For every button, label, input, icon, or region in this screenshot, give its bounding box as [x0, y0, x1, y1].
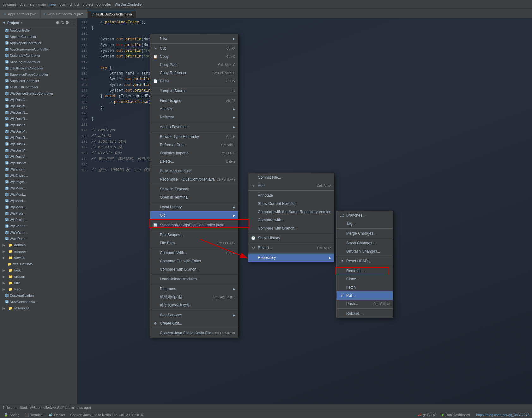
sidebar-item-wjsdust5[interactable]: C WjsDustP...	[0, 122, 77, 128]
repo-menu-tag[interactable]: Tag...	[337, 219, 393, 228]
menu-item-edit-scopes[interactable]: Edit Scopes...	[150, 231, 238, 239]
sidebar-item-wjsmoni1[interactable]: C WjsMoni...	[0, 185, 77, 191]
expand-all-icon[interactable]: ⇅	[61, 20, 64, 25]
menu-item-compare-file-editor[interactable]: Compare File with Editor	[150, 257, 238, 265]
repo-menu-remotes[interactable]: Remotes...	[337, 267, 393, 275]
repo-menu-pull[interactable]: ✔Pull...	[337, 291, 393, 300]
sidebar-item-wjsdust10[interactable]: C WjsDustV...	[0, 153, 77, 160]
breadcrumb-item[interactable]: project	[83, 3, 93, 6]
menu-item-cut[interactable]: ✂Cut Ctrl+X	[150, 44, 238, 52]
breadcrumb-item[interactable]: src	[30, 3, 35, 6]
menu-item-local-history[interactable]: Local History ▶	[150, 203, 238, 211]
breadcrumb-item[interactable]: main	[38, 3, 46, 6]
sidebar-item-ureport[interactable]: ▶ 📁 ureport	[0, 273, 77, 280]
menu-item-close-realtime[interactable]: 关闭实时检测功能	[150, 301, 238, 309]
sidebar-item-oauth-token-controller[interactable]: C OauthTokenController	[0, 65, 77, 71]
git-menu-commit[interactable]: Commit File...	[248, 173, 334, 182]
menu-item-copy-reference[interactable]: Copy Reference Ctrl+Alt+Shift+C	[150, 69, 238, 77]
menu-item-load-unload[interactable]: Load/Unload Modules...	[150, 275, 238, 283]
sidebar-item-wjsdust4[interactable]: C WjsDustR...	[0, 116, 77, 122]
git-menu-show-current[interactable]: Show Current Revision	[248, 200, 334, 208]
sidebar-item-web[interactable]: ▶ 📁 web	[0, 286, 77, 292]
repo-menu-stash[interactable]: Stash Changes...	[337, 239, 393, 247]
repo-menu-push[interactable]: Push... Ctrl+Shift+K	[337, 300, 393, 308]
menu-item-paste[interactable]: 📄Paste Ctrl+V	[150, 77, 238, 85]
tab-wjs-dust-controller[interactable]: C WjsDustController.java	[40, 10, 88, 18]
sidebar-item-dust-index-controller[interactable]: C DustIndexController	[0, 52, 77, 59]
menu-item-build-module[interactable]: Build Module 'dust'	[150, 167, 238, 175]
sidebar-item-wjsdust11[interactable]: C WjsDustW...	[0, 160, 77, 166]
sidebar-item-wjsdust9[interactable]: C WjsDustV...	[0, 147, 77, 153]
chevron-down-icon[interactable]: ▼	[20, 21, 23, 24]
sidebar-item-wjsdust-data[interactable]: 📁 wjsDustData	[0, 261, 77, 267]
git-menu-repository[interactable]: Repository ▶	[248, 254, 334, 262]
sidebar-item-wjsdust6[interactable]: C WjsDustP...	[0, 128, 77, 134]
menu-item-reformat-code[interactable]: Reformat Code Ctrl+Alt+L	[150, 141, 238, 149]
sidebar-item-applets-controller[interactable]: C AppletsController	[0, 33, 77, 40]
sidebar-item-wjsproje2[interactable]: C WjsProje...	[0, 217, 77, 223]
gear-icon[interactable]: ⚙	[65, 20, 69, 25]
bottom-docker[interactable]: 🐋 Docker	[47, 413, 66, 417]
menu-item-coding-scan[interactable]: 编码规约扫描 Ctrl+Alt+Shift+J	[150, 293, 238, 301]
breadcrumb-item[interactable]: ds-smart	[3, 3, 16, 6]
sidebar-item-wjswarn[interactable]: C WjsWarn...	[0, 229, 77, 236]
sidebar-item-app-report-controller[interactable]: C AppReportController	[0, 40, 77, 46]
tab-test-dust-controller[interactable]: C TestDUstController.java	[88, 10, 136, 18]
sidebar-item-wjsdust1[interactable]: C WjsDustC...	[0, 97, 77, 103]
close-sidebar-icon[interactable]: —	[70, 20, 75, 25]
sidebar-item-wjsdust2[interactable]: C WjsDustN...	[0, 103, 77, 109]
tab-app-controller[interactable]: C AppController.java	[0, 10, 40, 18]
bottom-run-dashboard[interactable]: ▶ Run Dashboard	[440, 413, 471, 417]
sidebar-item-dust-servlet-initia[interactable]: C DustServletInitia...	[0, 299, 77, 305]
sidebar-item-wjsimgm[interactable]: C WjsImgm...	[0, 179, 77, 185]
breadcrumb-item[interactable]: java	[50, 3, 56, 6]
git-menu-add[interactable]: +Add Ctrl+Alt+A	[248, 182, 334, 190]
menu-item-synchronize[interactable]: 🔄Synchronize 'WjsDustCon...roller.java'	[150, 221, 238, 229]
repo-menu-reset-head[interactable]: ↺Reset HEAD...	[337, 257, 393, 265]
menu-item-copy-path[interactable]: Copy Path Ctrl+Shift+C	[150, 61, 238, 69]
repo-menu-merge[interactable]: Merge Changes...	[337, 229, 393, 237]
git-menu-compare-with[interactable]: Compare with...	[248, 216, 334, 224]
sidebar-item-wuxidata[interactable]: C WuxiData...	[0, 236, 77, 242]
menu-item-webservices[interactable]: WebServices ▶	[150, 311, 238, 319]
sidebar-item-domain[interactable]: ▶ 📁 domain	[0, 242, 77, 248]
sidebar-item-wjsdust7[interactable]: C WjsDustR...	[0, 134, 77, 141]
breadcrumb-item[interactable]: dingsi	[70, 3, 79, 6]
menu-item-browse-type[interactable]: Browse Type Hierarchy Ctrl+H	[150, 133, 238, 141]
sidebar-item-task[interactable]: ▶ 📁 task	[0, 267, 77, 273]
repo-menu-branches[interactable]: ⎇Branches...	[337, 211, 393, 219]
git-menu-compare-branch[interactable]: Compare with Branch...	[248, 224, 334, 232]
sidebar-item-wjssentr[interactable]: C WjsSentR...	[0, 223, 77, 229]
menu-item-refactor[interactable]: Refactor ▶	[150, 113, 238, 121]
menu-item-git[interactable]: Git ▶	[150, 211, 238, 219]
bottom-git-todo[interactable]: ⎇ g: TODO	[416, 413, 438, 417]
sidebar-item-utils[interactable]: ▶ 📁 utils	[0, 280, 77, 286]
bottom-terminal[interactable]: ⬛ Terminal	[23, 413, 45, 417]
sidebar-item-suppliers-controller[interactable]: C SuppliersController	[0, 78, 77, 84]
repo-menu-fetch[interactable]: Fetch	[337, 283, 393, 291]
menu-item-compare-with[interactable]: Compare With... Ctrl+D	[150, 249, 238, 257]
sidebar-item-app-supervision-controller[interactable]: C AppSupervisionController	[0, 46, 77, 52]
menu-item-optimize-imports[interactable]: Optimize Imports Ctrl+Alt+O	[150, 149, 238, 157]
sidebar-item-wjsmoni3[interactable]: C WjsMoni...	[0, 198, 77, 204]
menu-item-recompile[interactable]: Recompile '...DustController.java' Ctrl+…	[150, 175, 238, 183]
repo-menu-unstash[interactable]: UnStash Changes...	[337, 247, 393, 255]
menu-item-delete[interactable]: Delete... Delete	[150, 157, 238, 165]
sidebar-item-mapper[interactable]: ▶ 📁 mapper	[0, 248, 77, 254]
repo-menu-clone[interactable]: Clone...	[337, 275, 393, 283]
menu-item-open-terminal[interactable]: Open in Terminal	[150, 193, 238, 201]
sidebar-item-app-controller[interactable]: C AppController	[0, 27, 77, 33]
settings-icon[interactable]: ⚙	[56, 20, 59, 25]
sidebar-item-supervise-page-controller[interactable]: C SupervisePageController	[0, 71, 77, 78]
sidebar-item-dust-login-controller[interactable]: C DustLoginController	[0, 59, 77, 65]
repo-menu-rebase[interactable]: Rebase...	[337, 309, 393, 318]
menu-item-compare-branch[interactable]: Compare with Branch...	[150, 265, 238, 273]
sidebar-item-test-dust-controller[interactable]: C TestDustController	[0, 84, 77, 90]
sidebar-item-service[interactable]: ▶ 📁 service	[0, 254, 77, 261]
sidebar-item-wjsdust3[interactable]: C WjsDustN...	[0, 109, 77, 116]
bottom-spring[interactable]: 🍃 Spring	[3, 413, 21, 417]
git-menu-annotate[interactable]: Annotate	[248, 191, 334, 200]
breadcrumb-item[interactable]: com	[60, 3, 66, 6]
sidebar-item-dust-application[interactable]: C DustApplication	[0, 292, 77, 299]
sidebar-item-wjsproje1[interactable]: C WjsProje...	[0, 210, 77, 217]
